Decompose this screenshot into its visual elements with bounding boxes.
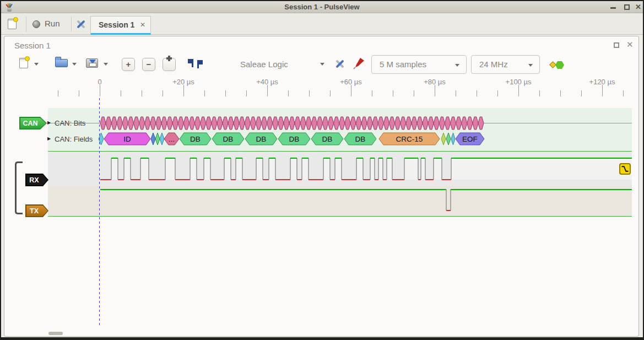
expander-icon[interactable]: ▶ [47,120,51,125]
ruler-minor-tick [225,90,226,96]
tab-close-icon[interactable]: ✕ [140,21,145,29]
horizontal-scrollbar[interactable] [48,332,63,335]
ruler-major-tick [602,85,603,96]
zoom-fit-button[interactable] [163,58,176,71]
bits-row-label: CAN: Bits [55,119,85,127]
ruler-minor-tick [163,90,163,96]
time-cursor-line[interactable] [99,98,100,327]
sample-rate-value: 24 MHz [479,60,508,69]
expander-icon[interactable]: ▶ [47,136,51,141]
open-file-icon[interactable] [55,59,68,67]
ruler-minor-tick [79,90,79,96]
ruler-minor-tick [58,90,58,96]
ruler-major-tick [518,85,519,96]
session-title: Session 1 [14,41,51,50]
tab-session-1[interactable]: Session 1 ✕ [90,16,151,35]
device-config-icon[interactable] [334,58,346,70]
ruler-minor-tick [246,90,247,96]
run-state-icon [33,20,40,28]
trigger-marker-icon[interactable] [619,163,631,175]
device-select-value[interactable]: Saleae Logic [240,60,288,69]
run-button[interactable]: Run [31,17,68,32]
session-close-icon[interactable]: ✕ [626,40,634,50]
ruler-minor-tick [309,90,310,96]
ruler-major-tick [267,85,268,96]
sample-count-value: 5 M samples [380,60,426,69]
trace-separator [48,151,632,152]
ruler-minor-tick [204,90,205,96]
ruler-minor-tick [560,90,561,96]
toolbar-separator [26,17,26,32]
minimize-icon[interactable] [610,7,616,9]
ruler-minor-tick [372,90,372,96]
pulseview-window: Session 1 - PulseView ✕ Run Session 1 ✕ … [0,0,644,340]
open-file-dropdown-icon[interactable] [72,63,77,68]
trigger-flag-icon[interactable] [197,60,199,68]
rx-row-background [48,151,632,186]
save-file-dropdown-icon[interactable] [104,63,108,68]
new-file-dropdown-icon[interactable] [34,63,39,68]
new-session-button[interactable] [6,17,20,31]
toolbar-separator [71,17,72,32]
trigger-flag-icon[interactable] [192,59,193,67]
new-session-icon [8,19,17,29]
sample-count-select[interactable]: 5 M samples [371,55,467,74]
ruler-label: +60 µs [340,78,362,86]
sample-rate-dropdown-icon [528,64,533,69]
ruler-minor-tick [477,90,477,96]
settings-tools-icon[interactable] [75,18,87,30]
main-toolbar: Run Session 1 ✕ [1,14,643,35]
new-file-icon[interactable] [19,58,28,68]
undock-icon[interactable] [614,42,619,48]
ruler-label: +40 µs [256,78,278,86]
ruler-minor-tick [330,90,331,96]
ruler-minor-tick [581,90,582,96]
ruler-major-tick [435,85,435,96]
ruler-label: +80 µs [424,78,446,86]
sample-rate-select[interactable]: 24 MHz [471,55,540,74]
window-title: Session 1 - PulseView [1,3,643,11]
decoder-row-background [48,108,632,151]
ruler-minor-tick [456,90,456,96]
maximize-icon[interactable] [624,4,630,10]
ruler-minor-tick [497,90,498,96]
sample-count-dropdown-icon [455,64,459,69]
run-label: Run [45,19,60,28]
zoom-in-button[interactable]: + [122,58,135,71]
ruler-minor-tick [393,90,393,96]
titlebar[interactable]: Session 1 - PulseView ✕ [1,1,643,13]
ruler-major-tick [351,85,351,96]
bits-row-baseline [47,123,632,123]
ruler-minor-tick [142,90,142,96]
ruler-label: 0 [98,78,101,86]
fields-row-label: CAN: Fields [55,135,93,143]
trace-separator [48,216,632,217]
add-decoder-icon[interactable] [549,61,566,69]
ruler-major-tick [100,85,100,96]
ruler-minor-tick [288,90,289,96]
ruler-minor-tick [121,90,121,96]
ruler-minor-tick [414,90,414,96]
tab-label: Session 1 [99,20,134,29]
probe-icon[interactable] [353,57,366,70]
tx-row-background [48,186,632,216]
ruler-minor-tick [623,90,624,96]
channel-group-bracket [15,161,23,214]
save-file-icon[interactable] [86,58,98,68]
ruler-label: +100 µs [506,78,532,86]
device-dropdown-icon[interactable] [320,63,324,68]
ruler-major-tick [183,85,184,96]
ruler-minor-tick [539,90,540,96]
ruler-label: +20 µs [172,78,194,86]
ruler-label: +120 µs [589,78,615,86]
close-icon[interactable]: ✕ [635,3,641,11]
zoom-out-button[interactable]: − [142,58,155,71]
